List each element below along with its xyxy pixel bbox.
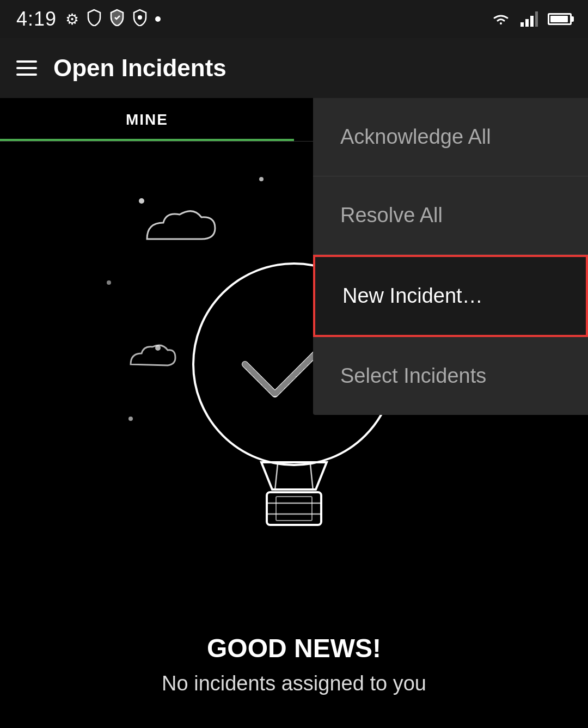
new-incident-item[interactable]: New Incident… bbox=[313, 255, 588, 337]
svg-rect-4 bbox=[535, 11, 538, 27]
svg-point-11 bbox=[128, 417, 133, 421]
shield-icon-3 bbox=[132, 9, 148, 30]
notification-dot bbox=[155, 16, 161, 22]
status-time: 4:19 bbox=[16, 8, 57, 30]
shield-icon-1 bbox=[87, 9, 102, 30]
battery-icon bbox=[548, 13, 572, 25]
svg-rect-2 bbox=[525, 19, 529, 27]
menu-button[interactable] bbox=[16, 60, 37, 76]
empty-state-text: GOOD NEWS! No incidents assigned to you bbox=[0, 633, 588, 695]
status-left: 4:19 ⚙ bbox=[16, 8, 161, 30]
shield-icon-2 bbox=[109, 9, 125, 30]
dropdown-menu: Acknowledge All Resolve All New Incident… bbox=[313, 98, 588, 415]
empty-state-subtitle: No incidents assigned to you bbox=[0, 672, 588, 695]
status-bar: 4:19 ⚙ bbox=[0, 0, 588, 38]
settings-icon: ⚙ bbox=[65, 10, 79, 28]
svg-line-19 bbox=[275, 464, 278, 491]
svg-point-5 bbox=[139, 198, 144, 204]
status-icons: ⚙ bbox=[65, 9, 161, 30]
page-title: Open Incidents bbox=[53, 54, 226, 82]
tab-mine[interactable]: MINE bbox=[0, 98, 294, 141]
svg-point-6 bbox=[259, 177, 264, 181]
status-right bbox=[491, 11, 572, 27]
svg-rect-3 bbox=[530, 16, 534, 27]
acknowledge-all-item[interactable]: Acknowledge All bbox=[313, 98, 588, 176]
resolve-all-item[interactable]: Resolve All bbox=[313, 176, 588, 255]
svg-point-13 bbox=[107, 280, 111, 285]
tabs-bar: MINE MY TE Acknowledge All Resolve All N… bbox=[0, 98, 588, 142]
svg-line-20 bbox=[310, 464, 313, 491]
select-incidents-item[interactable]: Select Incidents bbox=[313, 337, 588, 415]
svg-rect-1 bbox=[520, 22, 524, 27]
signal-icon bbox=[520, 11, 538, 27]
app-header: Open Incidents bbox=[0, 38, 588, 98]
svg-rect-18 bbox=[276, 497, 312, 521]
wifi-icon bbox=[491, 11, 511, 27]
svg-point-0 bbox=[138, 15, 142, 20]
empty-state-title: GOOD NEWS! bbox=[0, 633, 588, 663]
